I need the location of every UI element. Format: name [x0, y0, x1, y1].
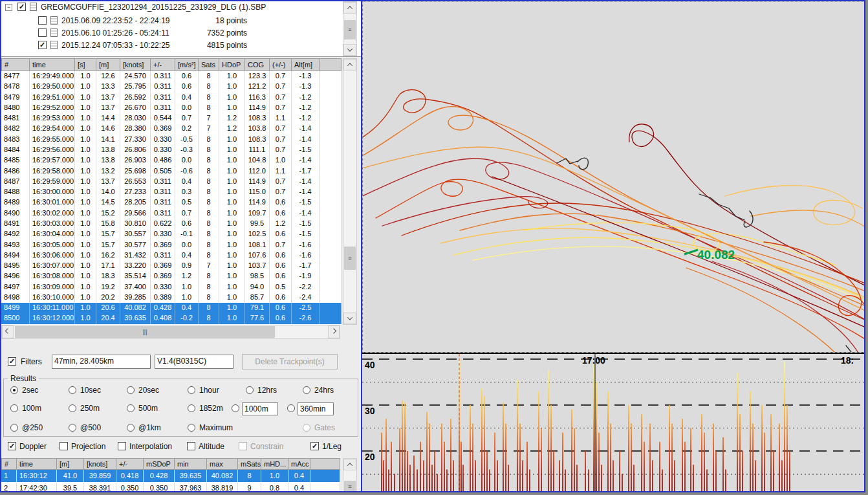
scroll-down-button[interactable]	[343, 313, 356, 324]
checkbox-interpolation[interactable]	[118, 442, 126, 450]
column-header[interactable]: time	[30, 58, 75, 71]
trackpoint-row[interactable]: 847716:29:49.0001.012.624.5700.3110.681.…	[1, 71, 342, 82]
trackpoint-row[interactable]: 849916:30:11.0001.020.640.0820.4280.481.…	[1, 303, 342, 313]
column-header[interactable]: #	[1, 458, 17, 470]
speed-graph-panel[interactable]: 403020 17:0018:	[362, 353, 865, 492]
column-header[interactable]: COG	[245, 58, 270, 71]
column-header[interactable]: Sats	[199, 58, 219, 71]
session-checkbox[interactable]	[38, 16, 47, 25]
trackpoint-row[interactable]: 849816:30:10.0001.020.239.2850.3891.081.…	[1, 292, 342, 303]
trackpoint-row[interactable]: 847916:29:51.0001.013.726.5920.3110.481.…	[1, 93, 342, 103]
checkbox-projection[interactable]	[60, 442, 68, 450]
tree-session-row[interactable]: 2015.06.10 01:25:26 - 05:24:117352 point…	[1, 27, 343, 39]
track-map-panel[interactable]: 40.082	[362, 1, 865, 353]
custom-value-field[interactable]: 1000m	[242, 402, 278, 415]
column-header[interactable]	[320, 58, 342, 71]
trackpoint-row[interactable]: 848716:29:59.0001.013.726.5530.3110.481.…	[1, 177, 342, 187]
tree-session-row[interactable]: ✓2015.12.24 07:05:33 - 10:22:254815 poin…	[1, 39, 343, 52]
trackpoint-row[interactable]: 848616:29:58.0001.013.225.6980.505-0.681…	[1, 166, 342, 177]
radio-1hour[interactable]	[188, 386, 195, 394]
trackpoint-row[interactable]: 847816:29:50.0001.013.325.7950.3110.681.…	[1, 82, 342, 92]
scroll-thumb[interactable]: ≡	[344, 481, 356, 492]
radio-12hrs[interactable]	[246, 386, 254, 394]
radio-250m[interactable]	[69, 404, 76, 412]
scroll-up-button[interactable]	[343, 459, 356, 470]
scroll-thumb[interactable]: ≡	[344, 20, 356, 39]
column-header[interactable]: mHD...	[261, 458, 288, 470]
column-header[interactable]: [m]	[57, 458, 84, 470]
radio-@1km[interactable]	[127, 424, 135, 432]
radio-500m[interactable]	[127, 404, 135, 412]
result-row[interactable]: 217:42:3039.538.3910.3500.35037.96338.81…	[1, 482, 340, 492]
tree-session-row[interactable]: 2015.06.09 22:23:52 - 22:24:1918 points	[1, 15, 343, 27]
column-header[interactable]: HDoP	[219, 58, 245, 71]
trackpoint-row[interactable]: 848216:29:54.0001.014.628.3800.3690.271.…	[1, 124, 342, 134]
radio-1000m[interactable]	[232, 404, 239, 412]
custom-value-field[interactable]: 360min	[298, 402, 334, 415]
radio-24hrs[interactable]	[303, 386, 310, 394]
column-header[interactable]: Alt[m]	[292, 58, 320, 71]
scroll-left-button[interactable]	[2, 325, 14, 338]
session-checkbox[interactable]: ✓	[38, 41, 47, 49]
trackpoint-row[interactable]: 848316:29:55.0001.014.127.3300.330-0.581…	[1, 135, 342, 145]
trackpoint-row[interactable]: 849316:30:05.0001.015.730.5770.3690.081.…	[1, 240, 342, 250]
column-header[interactable]: mSats	[238, 458, 261, 470]
tree-root-checkbox[interactable]: ✓	[17, 3, 26, 11]
column-header[interactable]: time	[17, 458, 57, 470]
scroll-up-button[interactable]	[343, 2, 356, 14]
trackpoints-hscrollbar[interactable]: |||	[1, 325, 340, 339]
firmware-version-field[interactable]: V1.4(B0315C)	[155, 355, 233, 369]
radio-1852m[interactable]	[188, 404, 195, 412]
radio-@250[interactable]	[10, 424, 18, 432]
trackpoint-row[interactable]: 848016:29:52.0001.013.726.6700.3110.081.…	[1, 103, 342, 113]
trackpoint-row[interactable]: 848416:29:56.0001.013.826.8060.330-0.381…	[1, 145, 342, 155]
result-row[interactable]: 116:30:1241.039.8590.4180.42839.63540.08…	[1, 470, 340, 482]
results-vscrollbar[interactable]: ≡	[343, 458, 357, 492]
tree-root-row[interactable]: − ✓ GREGMCGUFFIE_123201294_20151225_2319…	[1, 1, 343, 14]
trackpoint-row[interactable]: 848516:29:57.0001.013.826.9030.4860.081.…	[1, 155, 342, 166]
radio-20sec[interactable]	[127, 386, 135, 394]
trackpoint-row[interactable]: 850016:30:12.0001.020.439.6350.408-0.281…	[1, 313, 342, 324]
radio-100m[interactable]	[10, 404, 18, 412]
scroll-thumb[interactable]: |||	[15, 326, 275, 338]
column-header[interactable]: #	[1, 58, 30, 71]
scroll-right-button[interactable]	[328, 325, 340, 338]
trackpoint-row[interactable]: 849516:30:07.0001.017.133.2200.3690.971.…	[1, 261, 342, 271]
trackpoint-row[interactable]: 849016:30:02.0001.015.229.5660.3110.781.…	[1, 208, 342, 219]
trackpoint-row[interactable]: 849716:30:09.0001.019.237.4000.3301.081.…	[1, 282, 342, 292]
scroll-down-button[interactable]	[343, 44, 356, 56]
column-header[interactable]: mSDoP	[144, 458, 175, 470]
column-header[interactable]: +/-	[116, 458, 144, 470]
filter-summary-field[interactable]: 47min, 28.405km	[52, 355, 151, 369]
column-header[interactable]: [m]	[96, 58, 120, 71]
tree-collapse-icon[interactable]: −	[5, 4, 12, 11]
column-header[interactable]	[310, 458, 340, 470]
gps-tracks-plot[interactable]: 40.082	[363, 2, 865, 352]
column-header[interactable]: [m/s²]	[175, 58, 199, 71]
trackpoints-vscrollbar[interactable]: ≡	[343, 58, 357, 325]
radio-@500[interactable]	[69, 424, 76, 432]
radio-10sec[interactable]	[69, 386, 76, 394]
speed-spikes-plot[interactable]	[362, 354, 865, 492]
session-checkbox[interactable]	[38, 28, 47, 37]
trackpoint-row[interactable]: 848816:30:00.0001.014.027.2330.3110.381.…	[1, 187, 342, 197]
trackpoint-row[interactable]: 848116:29:53.0001.014.428.0300.5440.771.…	[1, 113, 342, 124]
scroll-thumb[interactable]: ≡	[344, 247, 356, 270]
checkbox-altitude[interactable]	[187, 442, 195, 450]
column-header[interactable]: min	[175, 458, 207, 470]
column-header[interactable]: +/-	[151, 58, 175, 71]
trackpoint-row[interactable]: 849116:30:03.0001.015.830.8100.6220.681.…	[1, 219, 342, 229]
trackpoint-row[interactable]: 849616:30:08.0001.018.335.5140.3691.281.…	[1, 271, 342, 281]
tree-scrollbar[interactable]: ≡	[343, 1, 357, 56]
column-header[interactable]: max	[207, 458, 238, 470]
scroll-up-button[interactable]	[343, 59, 356, 71]
trackpoint-row[interactable]: 848916:30:01.0001.014.528.2050.3110.581.…	[1, 197, 342, 208]
column-header[interactable]: [knots]	[84, 458, 116, 470]
radio-2sec[interactable]	[10, 386, 18, 394]
checkbox-doppler[interactable]: ✓	[8, 442, 16, 450]
filters-checkbox[interactable]: ✓	[8, 357, 16, 366]
radio-360min[interactable]	[287, 404, 295, 412]
radio-Maximum[interactable]	[188, 424, 195, 432]
checkbox-1-leg[interactable]: ✓	[310, 442, 319, 450]
column-header[interactable]: mAcc	[288, 458, 310, 470]
